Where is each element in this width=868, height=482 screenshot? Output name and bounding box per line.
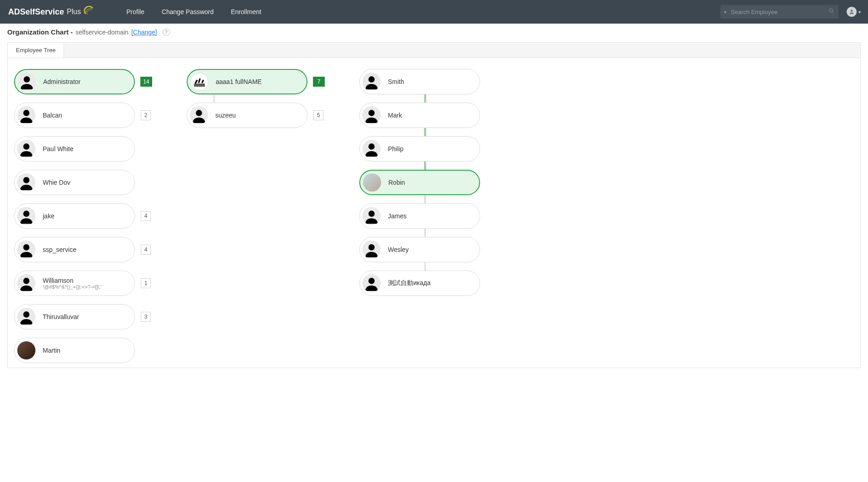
page-title-row: Organization Chart - selfservice-domain … xyxy=(0,24,868,39)
employee-node[interactable]: Martin xyxy=(14,338,135,363)
help-icon[interactable]: ? xyxy=(163,29,170,36)
avatar-icon xyxy=(362,73,381,91)
avatar-photo xyxy=(363,173,381,192)
employee-text: Paul White xyxy=(43,145,74,152)
employee-name: Smith xyxy=(388,78,404,85)
avatar-icon xyxy=(17,106,35,124)
employee-name: 測試自動икада xyxy=(388,279,431,287)
svg-point-2 xyxy=(851,10,853,12)
employee-subtitle: !@#$%^&*()_+{}|:<>?-=[]\;' xyxy=(43,284,102,290)
employee-text: Wesley xyxy=(388,246,409,253)
employee-node[interactable]: Mark xyxy=(359,103,480,128)
employee-text: James xyxy=(388,212,407,220)
change-domain-link[interactable]: [Change] xyxy=(131,29,157,36)
employee-node[interactable]: Robin xyxy=(359,170,480,195)
employee-node[interactable]: Balcan2 xyxy=(14,103,135,128)
employee-text: Martin xyxy=(43,347,60,354)
direct-reports-count[interactable]: 4 xyxy=(141,211,151,221)
adidas-logo-icon xyxy=(190,73,208,91)
employee-node[interactable]: Smith xyxy=(359,69,480,94)
org-chart-canvas: Administrator14Balcan2Paul WhiteWhie Dov… xyxy=(7,58,861,368)
tab-employee-tree[interactable]: Employee Tree xyxy=(8,43,64,58)
brand-plus: Plus xyxy=(67,8,81,16)
top-nav: Profile Change Password Enrollment xyxy=(126,8,261,15)
employee-name: Robin xyxy=(388,179,405,186)
employee-name: Thiruvalluvar xyxy=(43,313,79,320)
svg-line-1 xyxy=(833,12,834,13)
employee-name: Martin xyxy=(43,347,60,354)
employee-name: Administrator xyxy=(43,78,80,85)
avatar-icon xyxy=(17,274,35,292)
employee-node[interactable]: Philip xyxy=(359,136,480,162)
user-menu[interactable]: ▾ xyxy=(847,7,861,17)
avatar-icon xyxy=(362,274,381,292)
employee-node[interactable]: suzeeu5 xyxy=(187,103,308,128)
direct-reports-badge[interactable]: 14 xyxy=(140,77,152,87)
employee-node[interactable]: Paul White xyxy=(14,136,135,162)
employee-text: aaaa1 fullNAME xyxy=(216,78,262,85)
employee-text: Philip xyxy=(388,145,403,152)
search-icon[interactable] xyxy=(828,8,835,16)
search-input[interactable] xyxy=(731,9,826,15)
direct-reports-count[interactable]: 5 xyxy=(313,110,323,120)
avatar-icon xyxy=(362,207,381,225)
avatar-icon xyxy=(190,106,208,124)
employee-node[interactable]: Wesley xyxy=(359,237,480,262)
topbar: ADSelfService Plus Profile Change Passwo… xyxy=(0,0,868,24)
employee-text: Robin xyxy=(388,179,405,186)
search-employee[interactable]: ▾ xyxy=(720,5,838,19)
direct-reports-count[interactable]: 1 xyxy=(141,278,151,288)
nav-profile[interactable]: Profile xyxy=(126,8,144,15)
nav-change-password[interactable]: Change Password xyxy=(162,8,213,15)
employee-text: suzeeu xyxy=(215,112,236,119)
employee-name: Mark xyxy=(388,112,402,119)
employee-text: ssp_service xyxy=(43,246,76,253)
tab-label: Employee Tree xyxy=(16,47,55,54)
employee-name: Paul White xyxy=(43,145,74,152)
search-scope-caret-icon[interactable]: ▾ xyxy=(724,10,726,15)
employee-name: jake xyxy=(43,212,55,220)
org-column: SmithMarkPhilipRobinJamesWesley測試自動икада xyxy=(359,69,496,363)
brand-logo: ADSelfService Plus xyxy=(8,5,94,19)
tab-strip: Employee Tree xyxy=(7,42,861,58)
nav-enrollment[interactable]: Enrollment xyxy=(231,8,261,15)
employee-node[interactable]: Administrator14 xyxy=(14,69,135,94)
employee-name: aaaa1 fullNAME xyxy=(216,78,262,85)
direct-reports-count[interactable]: 2 xyxy=(141,110,151,120)
employee-text: Smith xyxy=(388,78,404,85)
employee-text: 測試自動икада xyxy=(388,279,431,287)
employee-name: Wesley xyxy=(388,246,409,253)
employee-node[interactable]: ssp_service4 xyxy=(14,237,135,262)
avatar-icon xyxy=(17,241,35,259)
employee-name: suzeeu xyxy=(215,112,236,119)
avatar-icon xyxy=(18,73,36,91)
org-column: Administrator14Balcan2Paul WhiteWhie Dov… xyxy=(14,69,150,363)
employee-name: Philip xyxy=(388,145,403,152)
employee-node[interactable]: Thiruvalluvar3 xyxy=(14,304,135,330)
direct-reports-count[interactable]: 3 xyxy=(141,312,151,322)
avatar-photo xyxy=(17,341,35,359)
employee-node[interactable]: 測試自動икада xyxy=(359,271,480,296)
employee-node[interactable]: James xyxy=(359,203,480,229)
employee-text: Administrator xyxy=(43,78,80,85)
employee-text: Thiruvalluvar xyxy=(43,313,79,320)
employee-text: jake xyxy=(43,212,55,220)
employee-name: Williamson xyxy=(43,277,102,284)
employee-name: Whie Dov xyxy=(43,179,70,186)
brand-arc-icon xyxy=(84,5,94,19)
avatar-icon xyxy=(17,308,35,326)
employee-text: Mark xyxy=(388,112,402,119)
direct-reports-badge[interactable]: 7 xyxy=(313,77,325,87)
page-title: Organization Chart - xyxy=(7,28,73,36)
employee-node[interactable]: jake4 xyxy=(14,203,135,229)
employee-text: Balcan xyxy=(43,112,62,119)
direct-reports-count[interactable]: 4 xyxy=(141,245,151,255)
avatar-icon xyxy=(362,106,381,124)
employee-node[interactable]: Williamson!@#$%^&*()_+{}|:<>?-=[]\;'1 xyxy=(14,271,135,296)
avatar-icon xyxy=(362,140,381,158)
svg-point-0 xyxy=(829,9,833,12)
avatar-icon xyxy=(17,207,35,225)
avatar-icon xyxy=(17,173,35,192)
employee-node[interactable]: Whie Dov xyxy=(14,170,135,195)
employee-node[interactable]: aaaa1 fullNAME7 xyxy=(187,69,308,94)
